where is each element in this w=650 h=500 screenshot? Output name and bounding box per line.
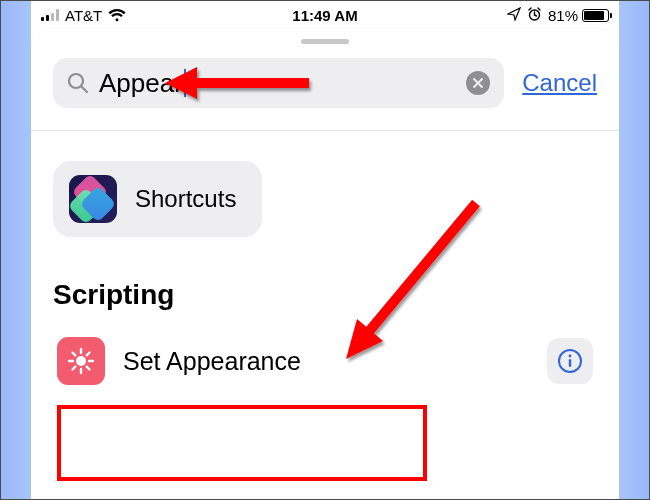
shortcuts-app-icon: [69, 175, 117, 223]
cellular-signal-icon: [41, 9, 59, 21]
search-text-value: Appear: [99, 68, 183, 99]
battery-indicator: 81%: [548, 7, 609, 24]
status-bar: AT&T 11:49 AM 81%: [31, 1, 619, 29]
svg-line-2: [82, 87, 88, 93]
svg-line-10: [73, 367, 76, 370]
svg-line-8: [73, 353, 76, 356]
section-title-scripting: Scripting: [53, 279, 597, 311]
svg-point-3: [76, 356, 86, 366]
results: Shortcuts Scripting: [53, 131, 597, 393]
wifi-icon: [108, 8, 126, 22]
sheet-grabber[interactable]: [301, 39, 349, 44]
status-left: AT&T: [41, 7, 126, 24]
location-icon: [507, 7, 521, 24]
status-right: 81%: [507, 7, 609, 24]
svg-rect-14: [569, 359, 571, 367]
battery-percent: 81%: [548, 7, 578, 24]
svg-line-9: [87, 367, 90, 370]
brightness-icon: [57, 337, 105, 385]
search-input-value: Appear: [99, 68, 456, 99]
search-input[interactable]: Appear: [53, 58, 504, 108]
info-button[interactable]: [547, 338, 593, 384]
text-caret: [184, 69, 186, 97]
search-icon: [67, 72, 89, 94]
carrier-label: AT&T: [65, 7, 102, 24]
clear-icon[interactable]: [466, 71, 490, 95]
search-row: Appear Cancel: [53, 58, 597, 108]
clock: 11:49 AM: [292, 7, 357, 24]
action-label: Set Appearance: [123, 347, 529, 376]
app-suggestion-shortcuts[interactable]: Shortcuts: [53, 161, 262, 237]
alarm-icon: [527, 7, 542, 24]
svg-line-11: [87, 353, 90, 356]
battery-icon: [582, 9, 609, 22]
svg-point-13: [569, 355, 572, 358]
cancel-button[interactable]: Cancel: [522, 69, 597, 97]
app-suggestion-label: Shortcuts: [135, 185, 236, 213]
phone-frame: AT&T 11:49 AM 81%: [31, 1, 619, 499]
search-sheet: Appear Cancel Shortcuts Scripting: [31, 29, 619, 499]
action-set-appearance[interactable]: Set Appearance: [53, 329, 597, 393]
